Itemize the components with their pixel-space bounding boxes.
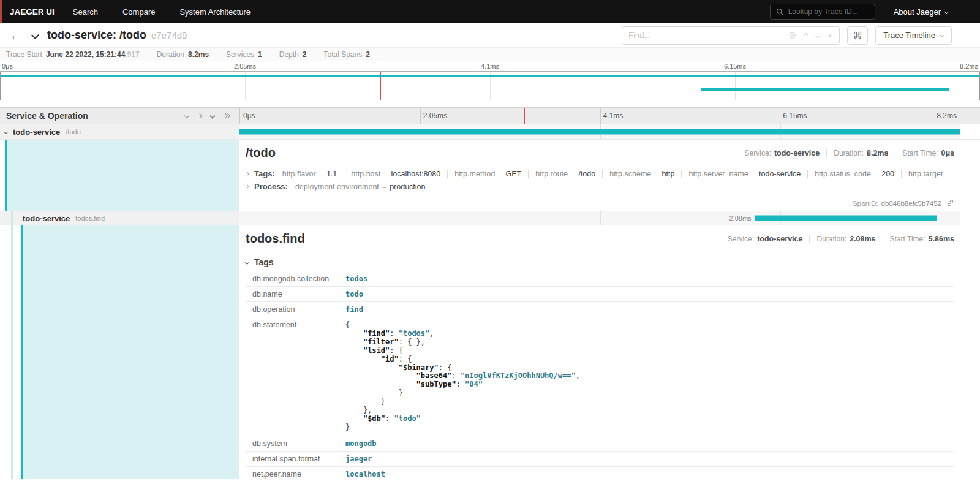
trace-lookup-box[interactable] [770, 4, 875, 20]
kv-value: mongodb [339, 436, 383, 451]
tag-equals: = [752, 170, 756, 178]
process-label[interactable]: Process: [254, 182, 288, 191]
tag-equals: = [383, 170, 388, 178]
span-track[interactable] [239, 124, 960, 140]
span-detail-panel: todos.find Service:todo-service Duration… [239, 225, 980, 479]
nav-menu-item[interactable]: Compare [123, 7, 155, 17]
span-detail-row: todos.find Service:todo-service Duration… [0, 225, 980, 479]
span-name-cell[interactable]: todo-service /todo [0, 124, 239, 140]
trace-title: todo-service: /todoe7e74d9 [47, 29, 187, 42]
span-detail-indent [0, 140, 239, 211]
tag-value: todo-service [759, 170, 801, 178]
span-collapse-chevron-icon[interactable] [4, 131, 7, 134]
expand-all-icon[interactable] [224, 114, 230, 118]
search-icon [776, 8, 784, 16]
kv-row: internal.span.format jaeger [246, 452, 954, 467]
span-bar[interactable] [239, 129, 960, 135]
tags-section-label: Tags [254, 257, 274, 267]
track-gridline [420, 211, 420, 225]
span-link-icon[interactable] [946, 199, 954, 207]
minimap-span-bar [701, 88, 949, 91]
chevron-down-icon [940, 33, 944, 37]
trace-view-dropdown[interactable]: Trace Timeline [875, 26, 952, 45]
span-id-row: SpanID: db046b8efc5b7452 [246, 199, 954, 207]
nav-menu-item[interactable]: Search [73, 7, 98, 17]
app-logo[interactable]: JAEGER UI [10, 7, 55, 17]
trace-view-label: Trace Timeline [883, 31, 935, 40]
span-track[interactable]: 2.08ms [239, 211, 960, 225]
summary-value: 1 [258, 50, 262, 59]
back-button[interactable]: ← [10, 29, 21, 41]
expand-one-icon[interactable] [198, 114, 202, 118]
summary-item: Total Spans2 [324, 50, 370, 59]
summary-item: Services1 [226, 50, 262, 59]
span-name-cell[interactable]: todo-service todos.find [0, 211, 239, 225]
summary-value: 2 [303, 50, 307, 59]
chevron-down-icon [944, 9, 949, 13]
start-time-value: 5.86ms [929, 235, 954, 243]
nav-menu: Search Compare System Architecture [73, 7, 275, 17]
tags-expand-chevron-icon[interactable] [246, 172, 249, 175]
span-tag: http.host=localhost:8080 [337, 170, 440, 178]
service-label: Service: [728, 235, 754, 243]
find-input[interactable] [622, 31, 782, 40]
tag-equals: = [874, 170, 878, 178]
top-navbar: JAEGER UI Search Compare System Architec… [0, 0, 980, 23]
kv-key: db.statement [246, 317, 339, 436]
about-jaeger-menu[interactable]: About Jaeger [894, 7, 948, 17]
minimap-ticks: 0μs 2.05ms 4.1ms 6.15ms 8.2ms [0, 61, 980, 71]
process-expand-chevron-icon[interactable] [246, 185, 249, 188]
timeline-ruler[interactable]: 0μs 2.05ms 4.1ms 6.15ms 8.2ms [239, 108, 960, 124]
duration-label: Duration: [834, 149, 864, 157]
summary-label: Trace Start [6, 50, 42, 59]
tree-indent-guide [11, 225, 13, 479]
tag-value: localhost:8080 [391, 170, 441, 178]
kv-value: find [339, 302, 369, 317]
row-gutter [960, 124, 980, 140]
next-match-icon[interactable] [816, 34, 820, 37]
span-bar[interactable] [755, 216, 938, 221]
service-value: todo-service [757, 235, 802, 243]
kv-row: db.name todo [246, 287, 954, 302]
span-overview: Service:todo-service Duration:8.2ms Star… [745, 149, 954, 157]
span-service-name: todo-service [23, 214, 70, 223]
span-detail-title: /todo [246, 146, 276, 160]
ruler-tick: 8.2ms [937, 112, 957, 120]
clear-find-icon[interactable]: × [827, 31, 832, 40]
summary-item: Trace StartJune 22 2022, 15:21:44.917 [6, 50, 140, 59]
kv-key: db.system [246, 436, 339, 451]
keyboard-shortcuts-button[interactable]: ⌘ [847, 26, 868, 45]
kv-row: db.system mongodb [246, 436, 954, 452]
expand-collapse-controls [176, 113, 230, 118]
summary-value: 2 [366, 50, 370, 59]
about-jaeger-label: About Jaeger [894, 7, 941, 17]
focus-match-icon[interactable] [788, 31, 796, 39]
summary-item: Depth2 [279, 50, 307, 59]
span-detail-indent [0, 225, 239, 479]
prev-match-icon[interactable] [804, 34, 808, 37]
summary-value: June 22 2022, 15:21:44 [46, 50, 125, 59]
trace-lookup-input[interactable] [788, 7, 869, 16]
summary-label: Services [226, 50, 254, 59]
collapse-header-chevron-icon[interactable] [32, 32, 38, 38]
tag-key: http.method [454, 170, 495, 178]
ruler-gridline [420, 108, 421, 124]
span-detail-title: todos.find [246, 232, 305, 246]
tag-value: 1.1 [326, 170, 337, 178]
minimap-left-scrubber[interactable] [0, 72, 1, 100]
header-actions: × ⌘ Trace Timeline [622, 26, 952, 45]
span-tag: http.server_name=todo-service [674, 170, 801, 178]
tags-section-header[interactable]: Tags [246, 257, 954, 267]
find-box[interactable]: × [622, 26, 840, 45]
ruler-cursor-line [524, 108, 525, 124]
minimap-canvas[interactable] [0, 71, 980, 100]
nav-menu-item[interactable]: System Architecture [179, 7, 251, 17]
tags-label[interactable]: Tags: [254, 169, 275, 178]
minimap-tick: 0μs [2, 62, 13, 70]
summary-label: Depth [279, 50, 299, 59]
span-id-label: SpanID: [853, 200, 878, 207]
find-controls: × [782, 31, 839, 40]
collapse-one-icon[interactable] [185, 114, 189, 118]
tag-value: production [390, 183, 425, 191]
collapse-all-icon[interactable] [211, 113, 214, 118]
